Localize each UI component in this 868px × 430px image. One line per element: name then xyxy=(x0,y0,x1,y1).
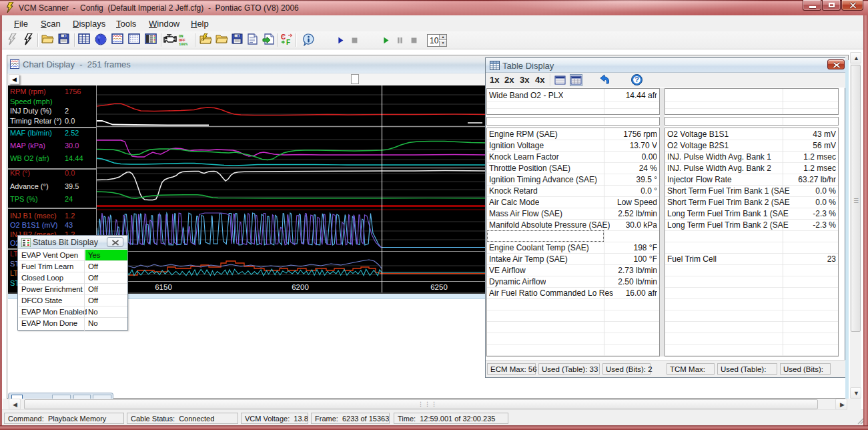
svg-text:°: ° xyxy=(282,35,284,40)
svg-text:F: F xyxy=(286,39,290,46)
svg-text:100%: 100% xyxy=(179,42,188,46)
svg-text:6200: 6200 xyxy=(292,283,309,291)
svg-text:6250: 6250 xyxy=(430,283,448,291)
svg-text:?: ? xyxy=(634,75,639,83)
svg-text:6150: 6150 xyxy=(155,283,172,291)
